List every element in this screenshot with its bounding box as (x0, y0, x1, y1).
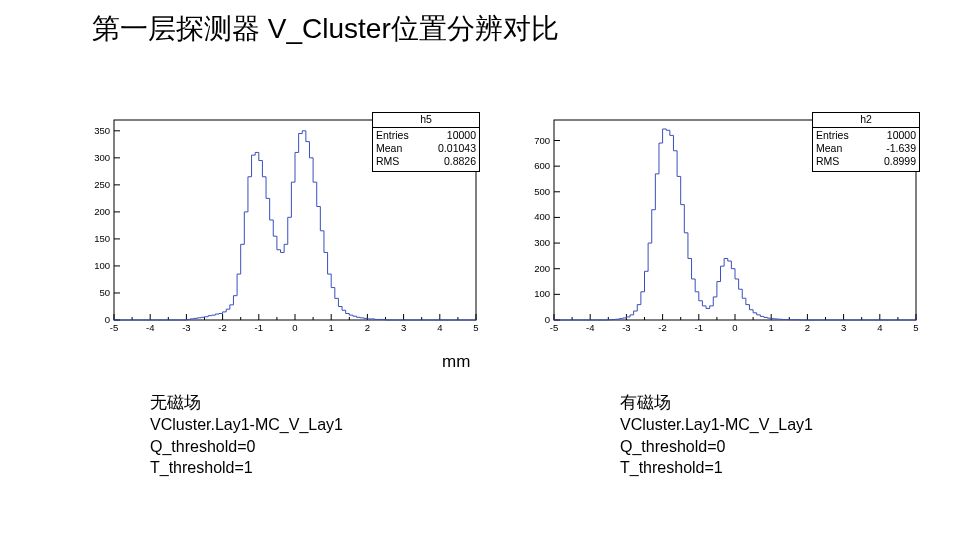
caption-head: 无磁场 (150, 392, 343, 414)
svg-text:-4: -4 (586, 322, 594, 333)
svg-text:-2: -2 (658, 322, 666, 333)
svg-text:250: 250 (94, 179, 110, 190)
stat-entries-label: Entries (376, 129, 409, 142)
statbox-left: h5 Entries10000 Mean0.01043 RMS0.8826 (372, 112, 480, 172)
svg-text:-5: -5 (110, 322, 118, 333)
caption-line: VCluster.Lay1-MC_V_Lay1 (150, 414, 343, 435)
stat-entries: 10000 (447, 129, 476, 142)
svg-text:0: 0 (292, 322, 297, 333)
svg-text:2: 2 (365, 322, 370, 333)
stat-mean: -1.639 (886, 142, 916, 155)
svg-text:4: 4 (437, 322, 442, 333)
caption-head: 有磁场 (620, 392, 813, 414)
caption-line: Q_threshold=0 (150, 436, 343, 457)
caption-line: VCluster.Lay1-MC_V_Lay1 (620, 414, 813, 435)
stat-mean-label: Mean (376, 142, 402, 155)
caption-left: 无磁场 VCluster.Lay1-MC_V_Lay1 Q_threshold=… (150, 392, 343, 478)
svg-text:1: 1 (329, 322, 334, 333)
stat-mean: 0.01043 (438, 142, 476, 155)
histogram-left: h5 Entries10000 Mean0.01043 RMS0.8826 -5… (80, 114, 480, 336)
svg-text:0: 0 (732, 322, 737, 333)
svg-text:3: 3 (841, 322, 846, 333)
svg-text:1: 1 (769, 322, 774, 333)
stat-entries: 10000 (887, 129, 916, 142)
svg-text:50: 50 (99, 287, 110, 298)
svg-text:0: 0 (105, 314, 110, 325)
svg-text:-2: -2 (218, 322, 226, 333)
statbox-title: h5 (373, 113, 479, 128)
svg-text:-1: -1 (695, 322, 703, 333)
svg-text:-1: -1 (255, 322, 263, 333)
stat-rms: 0.8999 (884, 155, 916, 168)
svg-text:-3: -3 (182, 322, 190, 333)
stat-rms-label: RMS (376, 155, 399, 168)
svg-text:300: 300 (94, 152, 110, 163)
svg-text:300: 300 (534, 237, 550, 248)
svg-text:150: 150 (94, 233, 110, 244)
page-title: 第一层探测器 V_Cluster位置分辨对比 (92, 10, 559, 48)
svg-text:200: 200 (534, 263, 550, 274)
svg-text:100: 100 (534, 288, 550, 299)
caption-line: T_threshold=1 (620, 457, 813, 478)
histogram-right: h2 Entries10000 Mean-1.639 RMS0.8999 -5-… (520, 114, 920, 336)
svg-text:-5: -5 (550, 322, 558, 333)
stat-rms: 0.8826 (444, 155, 476, 168)
stat-rms-label: RMS (816, 155, 839, 168)
svg-text:700: 700 (534, 135, 550, 146)
svg-text:4: 4 (877, 322, 882, 333)
svg-text:3: 3 (401, 322, 406, 333)
svg-text:600: 600 (534, 160, 550, 171)
svg-text:5: 5 (913, 322, 918, 333)
svg-text:500: 500 (534, 186, 550, 197)
stat-mean-label: Mean (816, 142, 842, 155)
xaxis-unit: mm (442, 352, 470, 372)
caption-line: T_threshold=1 (150, 457, 343, 478)
caption-line: Q_threshold=0 (620, 436, 813, 457)
statbox-right: h2 Entries10000 Mean-1.639 RMS0.8999 (812, 112, 920, 172)
svg-text:400: 400 (534, 211, 550, 222)
svg-text:-4: -4 (146, 322, 154, 333)
svg-text:100: 100 (94, 260, 110, 271)
svg-text:5: 5 (473, 322, 478, 333)
caption-right: 有磁场 VCluster.Lay1-MC_V_Lay1 Q_threshold=… (620, 392, 813, 478)
svg-text:0: 0 (545, 314, 550, 325)
svg-text:200: 200 (94, 206, 110, 217)
svg-text:350: 350 (94, 125, 110, 136)
stat-entries-label: Entries (816, 129, 849, 142)
svg-text:-3: -3 (622, 322, 630, 333)
statbox-title: h2 (813, 113, 919, 128)
svg-text:2: 2 (805, 322, 810, 333)
